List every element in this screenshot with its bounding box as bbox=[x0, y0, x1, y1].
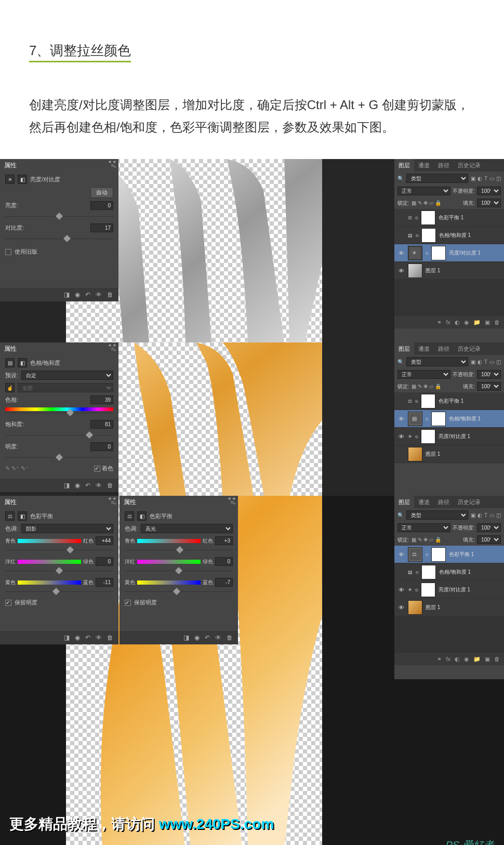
brightness-input[interactable] bbox=[90, 201, 113, 210]
folder-icon[interactable]: 📁 bbox=[473, 319, 481, 326]
tab-history[interactable]: 历史记录 bbox=[454, 342, 485, 355]
tab-paths[interactable]: 路径 bbox=[434, 496, 454, 508]
light-input[interactable] bbox=[90, 442, 113, 451]
opacity-value[interactable]: 100% bbox=[477, 370, 501, 379]
trash-icon[interactable]: 🗑 bbox=[494, 319, 500, 325]
layer-row[interactable]: ▤⎋色相/饱和度 1 bbox=[394, 227, 504, 244]
toggle-icon[interactable]: 👁 bbox=[96, 482, 102, 489]
tone-select[interactable]: 阴影 bbox=[21, 524, 113, 533]
preset-select[interactable]: 自定 bbox=[21, 371, 113, 380]
layer-row[interactable]: 👁☀⎋亮度/对比度 1 bbox=[394, 244, 504, 262]
visibility-icon[interactable]: 👁 bbox=[397, 268, 405, 274]
layer-row[interactable]: ⚖⎋色彩平衡 1 bbox=[394, 209, 504, 227]
layer-row[interactable]: ▤⎋色相/饱和度 1 bbox=[394, 563, 504, 581]
layer-row[interactable]: 👁图层 1 bbox=[394, 599, 504, 616]
delete-icon[interactable]: 🗑 bbox=[107, 291, 113, 298]
collapse-icon[interactable]: ◄◄ × bbox=[104, 342, 118, 349]
preserve-checkbox[interactable] bbox=[125, 600, 131, 606]
tab-history[interactable]: 历史记录 bbox=[454, 159, 485, 171]
visibility-icon[interactable]: 👁 bbox=[397, 604, 405, 611]
visibility-icon[interactable]: 👁 bbox=[397, 250, 405, 256]
visibility-icon[interactable]: 👁 bbox=[397, 433, 405, 440]
brightness-slider[interactable] bbox=[5, 213, 113, 220]
yb-input[interactable] bbox=[96, 578, 113, 587]
preserve-checkbox[interactable] bbox=[5, 600, 11, 606]
yb-slider[interactable] bbox=[125, 588, 233, 596]
layer-row[interactable]: 👁图层 1 bbox=[394, 262, 504, 280]
delete-icon[interactable]: 🗑 bbox=[107, 482, 113, 489]
opacity-value[interactable]: 100% bbox=[477, 187, 501, 195]
layer-row[interactable]: 👁▤⎋色相/饱和度 1 bbox=[394, 410, 504, 428]
sat-slider[interactable] bbox=[5, 432, 113, 439]
tab-paths[interactable]: 路径 bbox=[434, 342, 454, 355]
fill-value[interactable]: 100% bbox=[477, 199, 501, 207]
view-icon[interactable]: ◉ bbox=[75, 482, 80, 489]
hue-input[interactable] bbox=[90, 395, 113, 404]
filter-type-icon[interactable]: T bbox=[484, 176, 487, 181]
finger-icon[interactable]: ☝ bbox=[5, 383, 15, 392]
tab-channels[interactable]: 通道 bbox=[414, 496, 434, 508]
link-icon[interactable]: ⚭ bbox=[437, 319, 442, 326]
colorize-checkbox[interactable] bbox=[94, 466, 100, 472]
cr-input[interactable] bbox=[96, 536, 113, 545]
mg-input[interactable] bbox=[215, 557, 233, 566]
collapse-icon[interactable]: ◄◄ × bbox=[223, 496, 238, 502]
light-slider[interactable] bbox=[5, 454, 113, 461]
adj-add-icon[interactable]: ◉ bbox=[464, 319, 469, 326]
range-select[interactable]: 全图 bbox=[18, 383, 113, 392]
filter-pixel-icon[interactable]: ▣ bbox=[471, 176, 475, 181]
tone-select[interactable]: 高光 bbox=[141, 524, 233, 533]
yb-slider[interactable] bbox=[5, 588, 113, 596]
contrast-input[interactable] bbox=[90, 223, 113, 232]
filter-shape-icon[interactable]: ▭ bbox=[489, 176, 494, 181]
filter-smart-icon[interactable]: ◫ bbox=[496, 176, 501, 181]
lock-trans-icon[interactable]: ▦ bbox=[412, 200, 416, 206]
cr-slider[interactable] bbox=[5, 547, 113, 554]
lock-all-icon[interactable]: 🔒 bbox=[435, 200, 441, 206]
mg-slider[interactable] bbox=[125, 567, 233, 575]
tab-history[interactable]: 历史记录 bbox=[454, 496, 485, 508]
opacity-value[interactable]: 100% bbox=[477, 523, 501, 532]
tab-paths[interactable]: 路径 bbox=[434, 159, 454, 171]
mask-add-icon[interactable]: ◐ bbox=[455, 319, 460, 326]
cr-slider[interactable] bbox=[125, 547, 233, 554]
layer-row[interactable]: 👁☀⎋亮度/对比度 1 bbox=[394, 428, 504, 445]
cr-input[interactable] bbox=[215, 536, 233, 545]
collapse-icon[interactable]: ◄◄ × bbox=[104, 496, 118, 502]
new-layer-icon[interactable]: ▣ bbox=[485, 319, 490, 326]
lock-paint-icon[interactable]: ✎ bbox=[418, 200, 422, 206]
visibility-icon[interactable]: 👁 bbox=[397, 416, 405, 422]
layer-row[interactable]: 图层 1 bbox=[394, 445, 504, 463]
tab-channels[interactable]: 通道 bbox=[414, 342, 434, 355]
layer-row[interactable]: 👁☀⎋亮度/对比度 1 bbox=[394, 581, 504, 599]
visibility-icon[interactable]: 👁 bbox=[397, 551, 405, 558]
reset-icon[interactable]: ↶ bbox=[85, 291, 90, 298]
fx-icon[interactable]: fx bbox=[446, 319, 450, 325]
clip-icon[interactable]: ◨ bbox=[64, 482, 70, 489]
filter-kind[interactable]: 类型 bbox=[406, 510, 468, 520]
collapse-icon[interactable]: ◄◄ × bbox=[104, 159, 118, 165]
layer-row[interactable]: 👁⚖⎋色彩平衡 1 bbox=[394, 546, 504, 563]
filter-adj-icon[interactable]: ◐ bbox=[478, 176, 482, 181]
fill-value[interactable]: 100% bbox=[477, 382, 501, 391]
visibility-icon[interactable]: 👁 bbox=[397, 587, 405, 593]
tab-layers[interactable]: 图层 bbox=[394, 496, 414, 508]
sat-input[interactable] bbox=[90, 420, 113, 429]
reset-icon[interactable]: ↶ bbox=[85, 482, 90, 489]
filter-kind[interactable]: 类型 bbox=[406, 174, 468, 183]
blend-mode[interactable]: 正常 bbox=[397, 370, 450, 379]
blend-mode[interactable]: 正常 bbox=[397, 523, 450, 532]
filter-kind[interactable]: 类型 bbox=[406, 357, 468, 366]
layer-row[interactable]: ⚖⎋色彩平衡 1 bbox=[394, 392, 504, 410]
toggle-icon[interactable]: 👁 bbox=[96, 291, 102, 298]
fill-value[interactable]: 100% bbox=[477, 535, 501, 544]
tab-layers[interactable]: 图层 bbox=[394, 159, 414, 171]
hue-slider[interactable] bbox=[5, 410, 113, 417]
auto-button[interactable]: 自动 bbox=[90, 187, 113, 198]
blend-mode[interactable]: 正常 bbox=[397, 187, 450, 195]
clip-icon[interactable]: ◨ bbox=[64, 291, 70, 298]
yb-input[interactable] bbox=[215, 578, 233, 587]
mg-slider[interactable] bbox=[5, 567, 113, 575]
tab-layers[interactable]: 图层 bbox=[394, 342, 414, 355]
view-icon[interactable]: ◉ bbox=[75, 291, 80, 298]
